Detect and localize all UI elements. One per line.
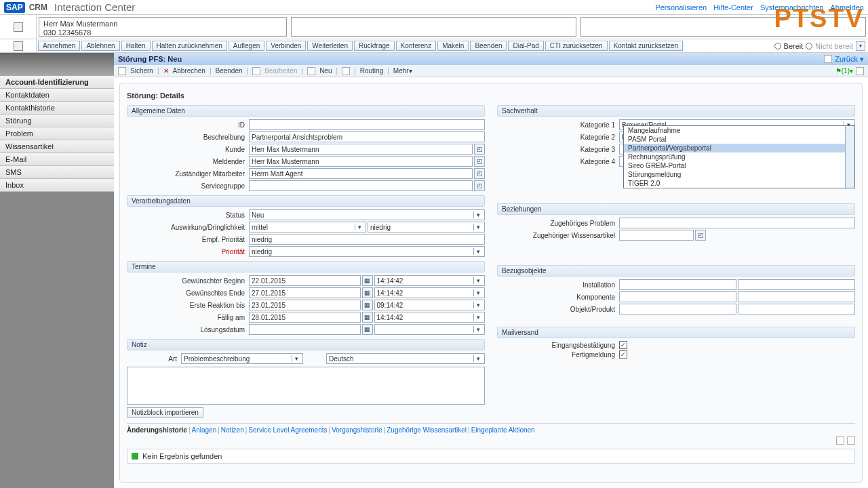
call-btn-7[interactable]: Rückfrage	[354, 41, 395, 51]
dd-option-3[interactable]: Rechnungsprüfung	[624, 152, 854, 161]
notes-textarea[interactable]	[127, 367, 485, 405]
sidebar-item-1[interactable]: Kontaktdaten	[0, 89, 114, 102]
sidebar-item-3[interactable]: Störung	[0, 115, 114, 127]
fld-obj1[interactable]	[619, 304, 736, 314]
print-icon[interactable]	[856, 67, 864, 75]
import-notes-button[interactable]: Notizblock importieren	[127, 407, 203, 418]
call-btn-6[interactable]: Weiterleiten	[307, 41, 353, 51]
fld-gb-t[interactable]: 14:14:42▾	[374, 275, 486, 286]
radio-notready[interactable]	[806, 43, 812, 49]
cal-gb[interactable]: ▦	[362, 275, 373, 286]
fld-id[interactable]	[249, 119, 485, 130]
tab-3[interactable]: Service Level Agreements	[248, 426, 327, 434]
finish-button[interactable]: Beenden	[216, 67, 243, 75]
tab-2[interactable]: Notizen	[221, 426, 244, 434]
call-btn-0[interactable]: Annehmen	[38, 41, 80, 51]
cal-ld[interactable]: ▦	[362, 324, 373, 335]
call-btn-12[interactable]: CTI zurücksetzen	[545, 41, 608, 51]
fld-sg[interactable]	[249, 180, 473, 191]
fld-meld[interactable]	[249, 156, 473, 167]
fld-ge-t[interactable]: 14:14:42▾	[374, 287, 486, 298]
badge[interactable]: ⚑(1)▾	[835, 67, 853, 75]
sidebar-item-8[interactable]: Inbox	[0, 179, 114, 192]
cancel-button[interactable]: Abbrechen	[173, 67, 205, 75]
link-sysmsg[interactable]: Systemnachrichten	[760, 3, 824, 12]
back-link[interactable]: Zurück ▾	[835, 55, 864, 64]
sel-lang[interactable]: Deutsch▾	[326, 353, 485, 364]
sel-ausw2[interactable]: niedrig▾	[368, 222, 485, 232]
dd-option-5[interactable]: Störungsmeldung	[624, 170, 854, 179]
save-icon[interactable]	[118, 67, 126, 75]
sidebar-item-7[interactable]: SMS	[0, 166, 114, 179]
k3-dropdown-open[interactable]: MangelaufnahmePASM PortalPartnerportal/V…	[623, 125, 855, 188]
tab-1[interactable]: Anlagen	[192, 426, 217, 434]
fld-ld-t[interactable]: ▾	[374, 324, 486, 335]
history-icon[interactable]	[824, 55, 832, 63]
cal-ge[interactable]: ▦	[362, 287, 373, 298]
tab-6[interactable]: Eingeplante Aktionen	[471, 426, 535, 434]
sidebar-item-4[interactable]: Problem	[0, 127, 114, 140]
pick-meld[interactable]: ◰	[474, 156, 485, 167]
pick-sg[interactable]: ◰	[474, 180, 485, 191]
new-button[interactable]: Neu	[319, 67, 332, 75]
fld-er-d[interactable]	[249, 300, 361, 310]
sel-art[interactable]: Problembeschreibung▾	[181, 353, 303, 364]
call-btn-10[interactable]: Beenden	[470, 41, 507, 51]
call-btn-1[interactable]: Ablehnen	[81, 41, 119, 51]
fld-inst2[interactable]	[738, 279, 855, 290]
sel-ausw1[interactable]: mittel▾	[249, 222, 366, 232]
tab-5[interactable]: Zugehörige Wissensartikel	[387, 426, 467, 434]
export-icon[interactable]	[836, 436, 844, 445]
fld-komp1[interactable]	[619, 291, 736, 302]
status-dropdown[interactable]: ▾	[856, 41, 865, 51]
more-button[interactable]: Mehr▾	[393, 67, 412, 75]
scratch-area-1[interactable]	[291, 17, 576, 37]
call-btn-8[interactable]: Konferenz	[396, 41, 437, 51]
link-logoff[interactable]: Abmelden	[830, 3, 864, 12]
call-btn-2[interactable]: Halten	[121, 41, 151, 51]
pick-zw[interactable]: ◰	[695, 230, 706, 241]
pick-zust[interactable]: ◰	[474, 168, 485, 179]
cancel-icon[interactable]: ✕	[163, 67, 169, 75]
call-btn-11[interactable]: Dial-Pad	[508, 41, 543, 51]
fld-inst1[interactable]	[619, 279, 736, 290]
doc-icon[interactable]	[342, 67, 350, 75]
account-info[interactable]: Herr Max Mustermann 030 12345678	[39, 17, 287, 37]
dd-option-0[interactable]: Mangelaufnahme	[624, 126, 854, 135]
dd-option-4[interactable]: Sireo GREM-Portal	[624, 161, 854, 170]
dd-option-2[interactable]: Partnerportal/Vergabeportal	[624, 144, 854, 152]
sel-status[interactable]: Neu▾	[249, 209, 485, 220]
call-btn-13[interactable]: Kontakt zurücksetzen	[609, 41, 684, 51]
scratch-area-2[interactable]	[580, 17, 866, 37]
fld-fa-t[interactable]: 14:14:42▾	[374, 312, 486, 323]
pick-kunde[interactable]: ◰	[474, 144, 485, 155]
chk-eb[interactable]: ✓	[619, 341, 627, 349]
call-btn-4[interactable]: Auflegen	[229, 41, 264, 51]
fld-beschr[interactable]	[249, 131, 485, 142]
fld-ge-d[interactable]	[249, 287, 361, 298]
link-help[interactable]: Hilfe-Center	[713, 3, 753, 12]
fld-zp[interactable]	[619, 218, 855, 228]
tab-0[interactable]: Änderungshistorie	[127, 426, 187, 434]
save-button[interactable]: Sichern	[130, 67, 153, 75]
sidebar-item-5[interactable]: Wissensartikel	[0, 140, 114, 153]
fld-gb-d[interactable]	[249, 275, 361, 286]
settings-icon[interactable]	[847, 436, 855, 445]
link-personalize[interactable]: Personalisieren	[655, 3, 707, 12]
chk-fm[interactable]: ✓	[619, 350, 627, 359]
fld-er-t[interactable]: 09:14:42▾	[374, 300, 486, 310]
sidebar-item-2[interactable]: Kontakthistorie	[0, 102, 114, 115]
tab-4[interactable]: Vorgangshistorie	[332, 426, 382, 434]
fld-komp2[interactable]	[738, 291, 855, 302]
fld-ld-d[interactable]	[249, 324, 361, 335]
dd-option-1[interactable]: PASM Portal	[624, 135, 854, 144]
call-btn-3[interactable]: Halten zurücknehmen	[152, 41, 227, 51]
fld-obj2[interactable]	[738, 304, 855, 314]
fld-kunde[interactable]	[249, 144, 473, 155]
cal-er[interactable]: ▦	[362, 300, 373, 310]
call-btn-5[interactable]: Verbinden	[266, 41, 306, 51]
fld-fa-d[interactable]	[249, 312, 361, 323]
new-icon[interactable]	[307, 67, 315, 75]
routing-button[interactable]: Routing	[360, 67, 383, 75]
dd-option-6[interactable]: TIGER 2.0	[624, 179, 854, 188]
